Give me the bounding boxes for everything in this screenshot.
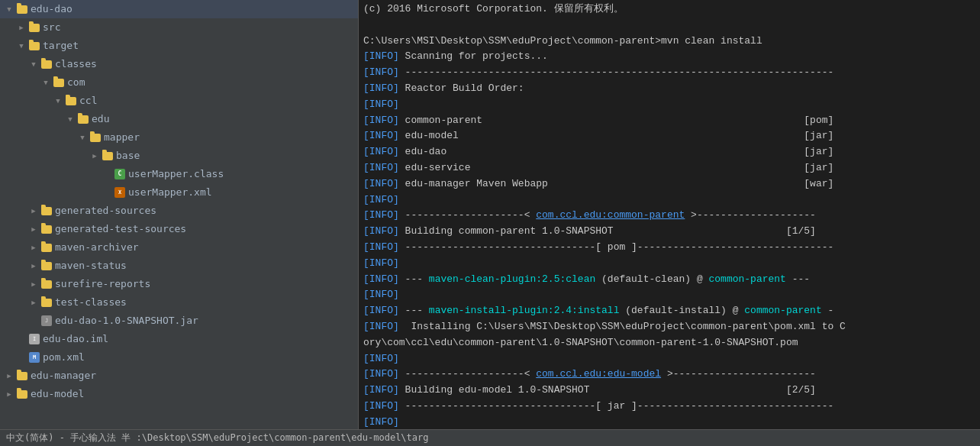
tree-label: generated-test-sources — [55, 221, 186, 237]
terminal-line: [INFO] edu-dao [jar] — [363, 144, 975, 160]
tree-item-base[interactable]: base — [0, 147, 358, 165]
terminal-line: [INFO] --- maven-install-plugin:2.4:inst… — [363, 303, 975, 319]
tree-item-ccl[interactable]: ccl — [0, 92, 358, 110]
tree-item-src[interactable]: src — [0, 18, 358, 37]
spacer-icon — [15, 351, 27, 364]
arrow-right-icon — [3, 370, 15, 382]
folder-icon — [29, 24, 40, 32]
terminal-line: [INFO] edu-service [jar] — [363, 160, 975, 176]
spacer-icon — [15, 333, 27, 345]
tree-item-surefire-reports[interactable]: surefire-reports — [0, 275, 358, 293]
terminal-panel[interactable]: (c) 2016 Microsoft Corporation. 保留所有权利。 … — [359, 0, 980, 446]
jar-file-icon: J — [41, 315, 52, 326]
status-bar: 中文(简体) - 手心输入法 半 :\Desktop\SSM\eduProjec… — [0, 429, 980, 446]
tree-item-maven-archiver[interactable]: maven-archiver — [0, 238, 358, 257]
arrow-right-icon — [27, 205, 40, 217]
folder-icon — [41, 60, 52, 69]
tree-label: edu-dao.iml — [43, 331, 108, 347]
terminal-line: (c) 2016 Microsoft Corporation. 保留所有权利。 — [363, 2, 975, 18]
arrow-right-icon — [15, 21, 27, 34]
arrow-right-icon — [27, 260, 40, 272]
folder-icon — [17, 5, 27, 14]
tree-label: classes — [55, 57, 97, 72]
folder-icon — [41, 280, 52, 289]
tree-item-edu-model[interactable]: edu-model — [0, 385, 358, 403]
terminal-line: [INFO] Installing C:\Users\MSI\Desktop\S… — [363, 319, 975, 335]
spacer-icon — [27, 315, 40, 327]
folder-icon — [41, 262, 52, 270]
tree-label: edu-model — [31, 386, 84, 402]
terminal-line: [INFO] common-parent [pom] — [363, 113, 975, 129]
terminal-line: [INFO] — [363, 351, 975, 367]
terminal-line: [INFO] Building common-parent 1.0-SNAPSH… — [363, 224, 975, 240]
tree-item-generated-test-sources[interactable]: generated-test-sources — [0, 220, 358, 238]
folder-icon — [17, 390, 27, 399]
terminal-line: ory\com\ccl\edu\common-parent\1.0-SNAPSH… — [363, 335, 975, 351]
tree-label: src — [43, 20, 60, 35]
tree-label: ccl — [79, 93, 97, 108]
tree-item-mapper[interactable]: mapper — [0, 128, 358, 147]
terminal-line: [INFO] edu-model [jar] — [363, 128, 975, 144]
terminal-line — [363, 18, 975, 34]
spacer-icon — [101, 186, 113, 199]
tree-label: target — [43, 38, 79, 53]
terminal-line: [INFO] — [363, 97, 975, 113]
arrow-right-icon — [3, 388, 15, 400]
terminal-line: [INFO] — [363, 415, 975, 431]
tree-label: generated-sources — [55, 203, 156, 218]
terminal-line: [INFO] --- maven-clean-plugin:2.5:clean … — [363, 272, 975, 288]
tree-label: edu — [92, 112, 109, 127]
arrow-down-icon — [52, 95, 64, 107]
tree-item-classes[interactable]: classes — [0, 55, 358, 73]
tree-item-edu-dao-jar[interactable]: J edu-dao-1.0-SNAPSHOT.jar — [0, 312, 358, 330]
folder-icon — [66, 97, 76, 105]
folder-icon — [53, 79, 64, 87]
tree-item-usermapper-class[interactable]: C userMapper.class — [0, 165, 358, 183]
arrow-down-icon — [76, 131, 89, 144]
arrow-right-icon — [27, 278, 40, 290]
pom-file-icon: M — [29, 352, 40, 363]
file-tree-panel[interactable]: edu-dao src target classes com ccl edu — [0, 0, 359, 446]
spacer-icon — [101, 168, 113, 180]
terminal-line: [INFO] ---------------------------------… — [363, 65, 975, 81]
arrow-down-icon — [15, 40, 27, 52]
folder-icon — [90, 134, 101, 142]
terminal-line: [INFO] Reactor Build Order: — [363, 81, 975, 97]
tree-label: edu-dao — [31, 2, 73, 17]
arrow-down-icon — [64, 113, 76, 125]
terminal-line: [INFO] — [363, 287, 975, 303]
status-text: 中文(简体) - 手心输入法 半 :\Desktop\SSM\eduProjec… — [6, 431, 428, 444]
folder-icon — [102, 152, 113, 160]
terminal-line: [INFO] --------------------------------[… — [363, 240, 975, 256]
terminal-line: [INFO] Building edu-model 1.0-SNAPSHOT [… — [363, 383, 975, 399]
terminal-line: [INFO] Scanning for projects... — [363, 49, 975, 65]
tree-item-maven-status[interactable]: maven-status — [0, 257, 358, 275]
tree-item-pom-xml[interactable]: M pom.xml — [0, 348, 358, 367]
class-file-icon: C — [114, 169, 125, 179]
arrow-right-icon — [27, 241, 40, 254]
tree-item-edu-manager[interactable]: edu-manager — [0, 367, 358, 385]
tree-item-test-classes[interactable]: test-classes — [0, 293, 358, 312]
folder-icon — [41, 244, 52, 252]
arrow-down-icon — [27, 58, 40, 70]
tree-item-edu-dao[interactable]: edu-dao — [0, 0, 358, 18]
tree-item-target[interactable]: target — [0, 37, 358, 55]
terminal-line: [INFO] — [363, 256, 975, 272]
arrow-right-icon — [89, 150, 101, 162]
tree-label: edu-manager — [31, 368, 96, 383]
tree-label: test-classes — [55, 295, 127, 310]
tree-item-edu[interactable]: edu — [0, 110, 358, 128]
tree-item-edu-dao-iml[interactable]: I edu-dao.iml — [0, 330, 358, 348]
tree-item-com[interactable]: com — [0, 73, 358, 92]
folder-icon — [17, 372, 27, 380]
tree-item-usermapper-xml[interactable]: X userMapper.xml — [0, 183, 358, 202]
terminal-line: [INFO] --------------------------------[… — [363, 399, 975, 415]
folder-icon — [41, 225, 52, 234]
terminal-line: [INFO] --------------------< com.ccl.edu… — [363, 367, 975, 383]
terminal-line: C:\Users\MSI\Desktop\SSM\eduProject\comm… — [363, 34, 975, 50]
terminal-line: [INFO] --------------------< com.ccl.edu… — [363, 208, 975, 224]
tree-label: maven-status — [55, 258, 127, 273]
tree-item-generated-sources[interactable]: generated-sources — [0, 202, 358, 220]
tree-label: edu-dao-1.0-SNAPSHOT.jar — [55, 313, 198, 328]
folder-icon — [41, 207, 52, 215]
